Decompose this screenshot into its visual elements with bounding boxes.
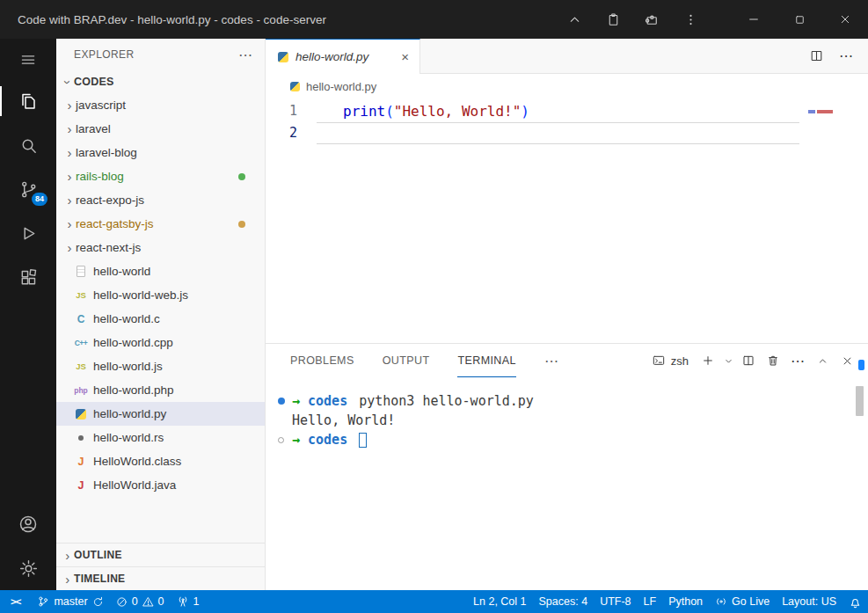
code-editor[interactable]: 1 2 print("Hello, World!") <box>266 99 868 343</box>
codes-section-header[interactable]: › CODES <box>56 70 265 93</box>
activitybar-extensions-button[interactable] <box>0 255 56 299</box>
javascript-file-icon: JS <box>74 361 88 371</box>
explorer-title: EXPLORER <box>74 48 135 61</box>
titlebar: Code with BRAP.dev - hello-world.py - co… <box>0 0 868 39</box>
tree-item-hello-world-js[interactable]: JS hello-world.js <box>56 354 265 378</box>
eol-item[interactable]: LF <box>638 590 663 613</box>
clipboard-icon <box>606 12 621 27</box>
prompt-arrow-icon: → <box>292 391 300 411</box>
ports-item[interactable]: 1 <box>171 590 206 613</box>
tree-item-helloworld-java[interactable]: J HelloWorld.java <box>56 473 265 497</box>
clipboard-button[interactable] <box>594 0 632 39</box>
problems-item[interactable]: 0 0 <box>110 590 171 613</box>
application-menu-button[interactable] <box>0 40 56 79</box>
tree-item-hello-world-web-js[interactable]: JS hello-world-web.js <box>56 283 265 307</box>
editor-tab-bar: hello-world.py × ⋯ <box>266 39 868 74</box>
encoding-item[interactable]: UTF-8 <box>594 590 637 613</box>
terminal-toolbar: zsh ⋯ <box>652 348 859 373</box>
chevron-right-icon: › <box>63 216 76 231</box>
maximize-panel-button[interactable] <box>810 348 835 373</box>
minimize-button[interactable] <box>731 0 777 39</box>
tree-item-javascript[interactable]: › javascript <box>56 93 265 117</box>
indentation-item[interactable]: Spaces: 4 <box>533 590 594 613</box>
tree-item-hello-world-php[interactable]: php hello-world.php <box>56 378 265 402</box>
collapse-chevron-button[interactable] <box>555 0 594 39</box>
cpp-file-icon: C++ <box>74 339 88 347</box>
go-live-item[interactable]: Go Live <box>709 590 776 613</box>
tab-terminal[interactable]: TERMINAL <box>457 344 515 377</box>
terminal-line-prompt: → codes <box>278 430 868 449</box>
command-success-decoration[interactable] <box>278 398 292 405</box>
radio-tower-icon <box>177 595 189 608</box>
language-mode-item[interactable]: Python <box>662 590 709 613</box>
activitybar-explorer-button[interactable] <box>0 79 56 123</box>
tree-item-hello-world-rs[interactable]: hello-world.rs <box>56 426 265 449</box>
keyboard-layout-item[interactable]: Layout: US <box>776 590 842 613</box>
activitybar-source-control-button[interactable]: 84 <box>0 167 56 211</box>
chevron-right-icon: › <box>62 548 74 563</box>
minimap[interactable] <box>801 99 856 343</box>
token-string: "Hello, World!" <box>394 103 522 120</box>
accounts-button[interactable] <box>0 502 56 546</box>
terminal-dropdown-button[interactable] <box>720 348 736 373</box>
new-terminal-button[interactable] <box>696 348 720 373</box>
gear-icon <box>18 558 39 579</box>
outline-section-header[interactable]: › OUTLINE <box>56 543 265 566</box>
tab-problems[interactable]: PROBLEMS <box>290 344 354 377</box>
chevron-right-icon: › <box>63 240 76 255</box>
chevron-right-icon: › <box>62 572 74 587</box>
panel-header: PROBLEMS OUTPUT TERMINAL ⋯ zsh <box>266 344 868 377</box>
tree-item-hello-world-py[interactable]: hello-world.py <box>56 402 265 426</box>
tree-item-hello-world-c[interactable]: C hello-world.c <box>56 307 265 331</box>
error-count: 0 <box>132 595 138 608</box>
terminal-scrollbar[interactable] <box>856 386 864 416</box>
explorer-more-actions-button[interactable]: ⋯ <box>238 47 252 63</box>
editor-more-actions-button[interactable]: ⋯ <box>831 44 861 69</box>
trash-icon <box>766 354 780 368</box>
broadcast-icon <box>715 595 727 608</box>
panel-more-actions-button[interactable]: ⋯ <box>785 348 810 373</box>
notifications-item[interactable] <box>842 590 868 613</box>
tree-item-rails-blog[interactable]: › rails-blog <box>56 164 265 188</box>
kill-terminal-button[interactable] <box>761 348 785 373</box>
branch-icon <box>37 595 49 608</box>
tree-item-react-gatsby-js[interactable]: › react-gatsby-js <box>56 212 265 236</box>
tab-output[interactable]: OUTPUT <box>383 344 430 377</box>
javascript-file-icon: JS <box>74 290 88 300</box>
more-menu-button[interactable] <box>671 0 710 39</box>
c-file-icon: C <box>74 313 88 325</box>
git-branch-item[interactable]: master <box>31 590 109 613</box>
tab-hello-world-py[interactable]: hello-world.py × <box>266 39 420 74</box>
tree-item-hello-world-cpp[interactable]: C++ hello-world.cpp <box>56 331 265 354</box>
explorer-header: EXPLORER ⋯ <box>56 39 265 70</box>
command-pending-decoration[interactable] <box>278 437 292 443</box>
tree-item-react-expo-js[interactable]: › react-expo-js <box>56 188 265 212</box>
cursor-position-item[interactable]: Ln 2, Col 1 <box>467 590 532 613</box>
remote-indicator[interactable]: >< <box>0 590 31 613</box>
panel-tabs-more-button[interactable]: ⋯ <box>544 353 558 369</box>
tree-item-laravel[interactable]: › laravel <box>56 117 265 141</box>
activitybar-search-button[interactable] <box>0 123 56 167</box>
tree-item-laravel-blog[interactable]: › laravel-blog <box>56 141 265 164</box>
tree-item-helloworld-class[interactable]: J HelloWorld.class <box>56 449 265 473</box>
split-terminal-button[interactable] <box>736 348 761 373</box>
settings-button[interactable] <box>0 546 56 590</box>
chevron-right-icon: › <box>63 193 76 208</box>
tab-close-button[interactable]: × <box>399 49 411 64</box>
breadcrumb[interactable]: hello-world.py <box>266 74 868 99</box>
split-editor-button[interactable] <box>801 44 831 69</box>
close-window-button[interactable] <box>822 0 868 39</box>
extensions-puzzle-button[interactable] <box>632 0 671 39</box>
tree-item-react-next-js[interactable]: › react-next-js <box>56 236 265 259</box>
maximize-button[interactable] <box>777 0 822 39</box>
minimap-string-mark <box>817 110 833 113</box>
codes-section-label: CODES <box>74 76 113 88</box>
shell-selector[interactable]: zsh <box>652 354 689 368</box>
tree-item-hello-world[interactable]: hello-world <box>56 259 265 283</box>
terminal[interactable]: → codes python3 hello-world.py Hello, Wo… <box>266 377 868 590</box>
close-panel-button[interactable] <box>835 348 859 373</box>
status-bar: >< master 0 0 1 Ln 2, Col 1 Spaces: 4 UT… <box>0 590 868 613</box>
activitybar-run-debug-button[interactable] <box>0 211 56 255</box>
timeline-section-header[interactable]: › TIMELINE <box>56 566 265 590</box>
extensions-icon <box>18 267 39 288</box>
